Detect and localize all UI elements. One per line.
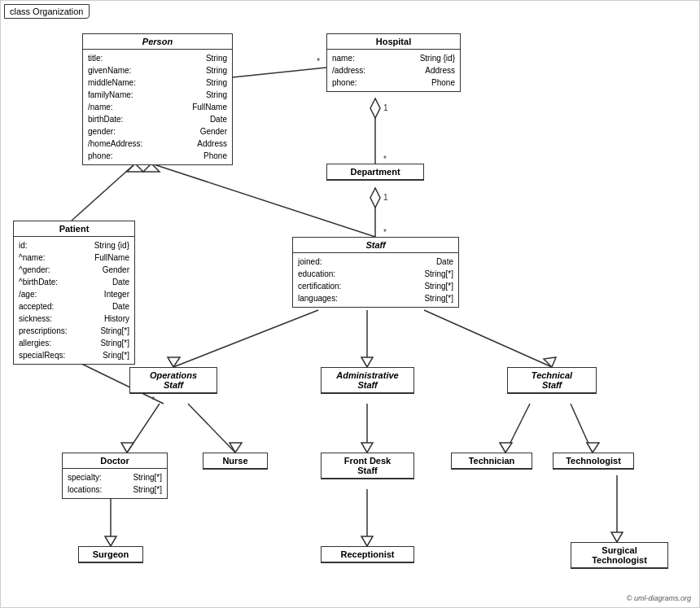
class-front-desk-staff: Front DeskStaff — [321, 453, 414, 479]
class-hospital-attrs: name:String {id} /address:Address phone:… — [327, 50, 460, 91]
class-technical-staff-title: TechnicalStaff — [508, 368, 596, 393]
svg-line-26 — [188, 404, 235, 453]
svg-line-24 — [127, 404, 160, 453]
svg-marker-27 — [230, 443, 242, 453]
class-patient: Patient id:String {id} ^name:FullName ^g… — [13, 221, 135, 365]
svg-text:1: 1 — [383, 103, 388, 112]
svg-marker-4 — [370, 98, 380, 118]
class-technologist: Technologist — [553, 453, 634, 470]
class-hospital-title: Hospital — [327, 34, 460, 50]
class-administrative-staff: AdministrativeStaff — [321, 367, 414, 394]
svg-marker-29 — [361, 443, 373, 453]
svg-text:*: * — [151, 395, 155, 405]
class-surgical-technologist: SurgicalTechnologist — [571, 542, 668, 569]
class-doctor-attrs: specialty:String[*] locations:String[*] — [63, 469, 167, 498]
svg-marker-37 — [361, 536, 373, 546]
class-operations-staff-title: OperationsStaff — [130, 368, 217, 393]
class-technical-staff: TechnicalStaff — [507, 367, 597, 394]
class-patient-attrs: id:String {id} ^name:FullName ^gender:Ge… — [14, 237, 134, 364]
class-nurse: Nurse — [203, 453, 268, 470]
class-staff-title: Staff — [293, 238, 458, 253]
svg-line-22 — [424, 310, 552, 367]
class-surgeon-title: Surgeon — [79, 547, 142, 562]
svg-marker-19 — [168, 357, 180, 367]
svg-marker-33 — [587, 443, 599, 453]
class-person-attrs: title:String givenName:String middleName… — [83, 50, 232, 164]
svg-text:*: * — [383, 228, 387, 237]
svg-marker-31 — [500, 443, 512, 453]
copyright: © uml-diagrams.org — [627, 594, 691, 602]
class-operations-staff: OperationsStaff — [129, 367, 217, 394]
class-technician-title: Technician — [452, 453, 532, 469]
svg-marker-39 — [611, 532, 623, 542]
class-nurse-title: Nurse — [203, 453, 267, 469]
class-surgeon: Surgeon — [78, 546, 143, 563]
class-doctor-title: Doctor — [63, 453, 167, 469]
class-receptionist: Receptionist — [321, 546, 414, 563]
class-patient-title: Patient — [14, 221, 134, 237]
class-department: Department — [326, 164, 424, 181]
svg-marker-21 — [361, 357, 373, 367]
class-technician: Technician — [451, 453, 532, 470]
svg-line-18 — [173, 310, 318, 367]
class-doctor: Doctor specialty:String[*] locations:Str… — [62, 453, 168, 499]
svg-marker-35 — [105, 536, 116, 546]
svg-marker-25 — [121, 443, 133, 453]
class-administrative-staff-title: AdministrativeStaff — [322, 368, 413, 393]
class-front-desk-staff-title: Front DeskStaff — [322, 453, 413, 479]
class-staff-attrs: joined:Date education:String[*] certific… — [293, 253, 458, 307]
svg-text:*: * — [383, 155, 387, 164]
class-person: Person title:String givenName:String mid… — [82, 33, 233, 165]
class-technologist-title: Technologist — [553, 453, 633, 469]
svg-line-32 — [571, 404, 593, 453]
svg-line-30 — [505, 404, 530, 453]
class-staff: Staff joined:Date education:String[*] ce… — [292, 237, 459, 308]
svg-text:*: * — [317, 56, 321, 66]
class-hospital: Hospital name:String {id} /address:Addre… — [326, 33, 461, 92]
svg-text:1: 1 — [383, 193, 388, 202]
diagram-title: class Organization — [4, 4, 90, 19]
svg-line-0 — [225, 68, 326, 78]
class-receptionist-title: Receptionist — [322, 547, 413, 562]
class-department-title: Department — [327, 164, 423, 180]
class-surgical-technologist-title: SurgicalTechnologist — [571, 543, 667, 568]
svg-line-11 — [72, 164, 135, 221]
diagram-container: class Organization * * 1 * 1 * * * — [0, 0, 700, 608]
svg-marker-8 — [370, 188, 380, 208]
svg-marker-23 — [544, 357, 556, 367]
class-person-title: Person — [83, 34, 232, 50]
